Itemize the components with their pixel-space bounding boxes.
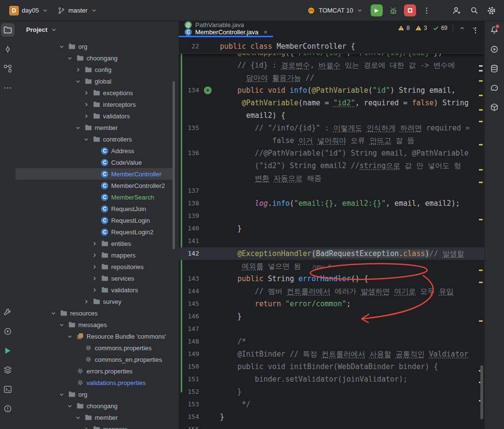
chevron-closed-icon[interactable] [82,101,90,108]
chevron-open-icon[interactable] [58,321,65,329]
debug-button[interactable] [387,4,400,17]
dependencies-button[interactable] [488,100,501,114]
tab-close-icon[interactable]: × [264,29,268,36]
branch-widget[interactable]: master [54,5,101,16]
chevron-closed-icon[interactable] [90,275,98,282]
tree-item-codevalue[interactable]: CCodeValue [15,157,179,168]
ai-assistant-button[interactable] [488,43,501,56]
tree-item-messages[interactable]: messages [15,319,179,330]
tree-item-interceptors[interactable]: interceptors [15,99,179,110]
chevron-open-icon[interactable] [49,310,57,317]
code-line-154[interactable]: 154} [179,411,484,423]
code-line-139[interactable]: 139 [179,210,484,222]
chevron-open-icon[interactable] [66,402,73,410]
tree-item-resource-bundle-commons[interactable]: Resource Bundle 'commons' [15,330,179,342]
stripe-mark[interactable] [479,144,483,145]
run-config-selector[interactable]: TOMCAT 10 [303,4,367,17]
tree-item-membercontroller[interactable]: CMemberController [15,168,174,180]
chevron-open-icon[interactable] [74,124,82,131]
code-line-147[interactable]: 147 [179,323,484,335]
chevron-open-icon[interactable] [66,55,73,62]
tree-item-mappers[interactable]: mappers [15,423,179,429]
project-button[interactable] [1,23,14,37]
code-line-wrap[interactable]: 변환 자동으로 해줌 [179,172,484,185]
database-button[interactable] [488,62,501,75]
gutter-add-icon[interactable]: + [204,86,212,94]
stripe-mark[interactable] [479,169,483,171]
build-button[interactable] [1,305,14,319]
code-line-143[interactable]: 143 public String errorHandler() { [179,272,484,285]
chevron-open-icon[interactable] [58,43,65,50]
tree-item-survey[interactable]: survey [15,296,179,307]
problems-button[interactable] [1,402,14,415]
stop-button[interactable] [404,4,416,16]
tree-item-validations-properties[interactable]: validations.properties [15,377,179,388]
code-line-wrap[interactable]: ("id2") String email2 //string으로 값 안 넣어도… [179,159,484,172]
chevron-closed-icon[interactable] [90,252,98,259]
tree-item-config[interactable]: config [15,64,179,75]
tree-item-services[interactable]: services [15,272,179,284]
code-with-me-button[interactable] [450,4,463,17]
tree-item-org[interactable]: org [15,388,179,400]
chevron-open-icon[interactable] [74,78,82,85]
chevron-open-icon[interactable] [74,414,82,421]
code-line-155[interactable]: 155 [179,423,484,429]
stripe-mark[interactable] [479,95,483,96]
tree-item-repositories[interactable]: repositories [15,261,179,272]
inspections-widget[interactable]: 8 3 69 [398,23,478,33]
code-line-wrap[interactable]: email2) { [179,109,484,122]
code-line-148[interactable]: 148 /* [179,335,484,348]
project-widget[interactable]: D day05 [6,4,52,17]
next-problem-icon[interactable] [471,25,478,32]
project-header[interactable]: Project [15,21,179,38]
notifications-button[interactable] [488,23,501,37]
stripe-mark[interactable] [479,109,483,111]
code-line-152[interactable]: 152 } [179,386,484,398]
tree-item-entities[interactable]: entities [15,238,179,249]
inspection-warnings[interactable]: 3 [415,25,427,31]
code-line-137[interactable]: 137 [179,185,484,197]
terminal-button[interactable] [1,383,14,396]
tree-item-validators[interactable]: validators [15,110,179,122]
chevron-open-icon[interactable] [58,391,65,398]
tree-item-commons-properties[interactable]: commons.properties [15,342,179,354]
tree-item-validators[interactable]: validators [15,284,179,296]
structure-button[interactable] [1,62,14,75]
code-line-wrap[interactable]: 예외를 넣으면 됨 new * [179,260,484,272]
chevron-closed-icon[interactable] [90,263,98,271]
tree-item-resources[interactable]: resources [15,307,179,319]
stripe-mark[interactable] [479,219,483,220]
project-scrollbar[interactable] [173,81,175,249]
inspection-passed[interactable]: 69 [432,25,447,31]
run-button[interactable] [1,325,14,338]
tab-membercontroller-java[interactable]: CMemberController.java× [179,29,273,37]
code-line-wrap[interactable]: false 이거 넣어줘야 오류 안뜨고 잘 뜸 [179,134,484,147]
inspection-errors[interactable]: 8 [398,25,410,31]
chevron-closed-icon[interactable] [90,286,98,294]
commit-button[interactable] [1,43,14,56]
code-line-140[interactable]: 140 } [179,222,484,235]
chevron-open-icon[interactable] [82,136,90,143]
tree-item-requestjoin[interactable]: CRequestJoin [15,203,179,214]
tree-item-requestlogin2[interactable]: CRequestLogin2 [15,226,179,238]
editor-scrollbar[interactable] [480,365,483,419]
previous-problem-icon[interactable] [459,25,466,32]
chevron-closed-icon[interactable] [90,240,98,247]
gradle-button[interactable] [488,81,501,95]
code-line-151[interactable]: 151 binder.setValidator(joinValidator); [179,373,484,386]
code-line-135[interactable]: 135 // "/info/{id}" : 이렇게도 인식하게 하려면 requ… [179,122,484,134]
sticky-line[interactable]: 22 public class MemberController { [179,40,484,54]
stripe-mark[interactable] [479,70,483,72]
tree-item-org[interactable]: org [15,41,179,52]
tree-item-requestlogin[interactable]: CRequestLogin [15,214,179,226]
chevron-closed-icon[interactable] [82,113,90,120]
tree-item-member[interactable]: member [15,412,179,423]
code-line-136[interactable]: 136 //@PathVariable("id") String email, … [179,147,484,159]
settings-button[interactable] [485,4,498,17]
chevron-closed-icon[interactable] [82,426,90,429]
code-line-149[interactable]: 149 @InitBinder // 특정 컨트롤러에서 사용할 공통적인 Va… [179,348,484,360]
chevron-open-icon[interactable] [66,333,73,340]
code-line-153[interactable]: 153 */ [179,398,484,411]
tree-item-membersearch[interactable]: CMemberSearch [15,191,179,203]
tree-item-errors-properties[interactable]: errors.properties [15,365,179,377]
